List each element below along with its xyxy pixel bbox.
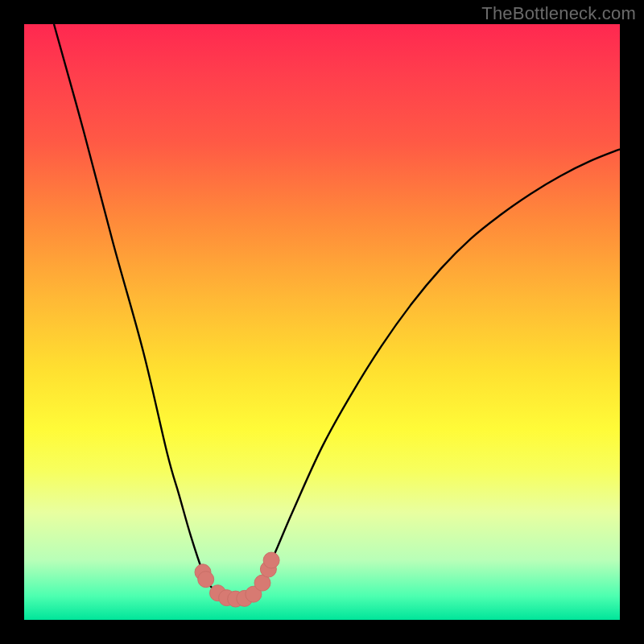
curve-marker <box>263 552 279 568</box>
bottleneck-curve <box>54 24 620 599</box>
chart-frame: TheBottleneck.com <box>0 0 644 644</box>
marker-group <box>195 552 279 607</box>
watermark-text: TheBottleneck.com <box>481 3 636 24</box>
plot-area <box>24 24 620 620</box>
chart-svg <box>24 24 620 620</box>
curve-marker <box>198 572 214 588</box>
